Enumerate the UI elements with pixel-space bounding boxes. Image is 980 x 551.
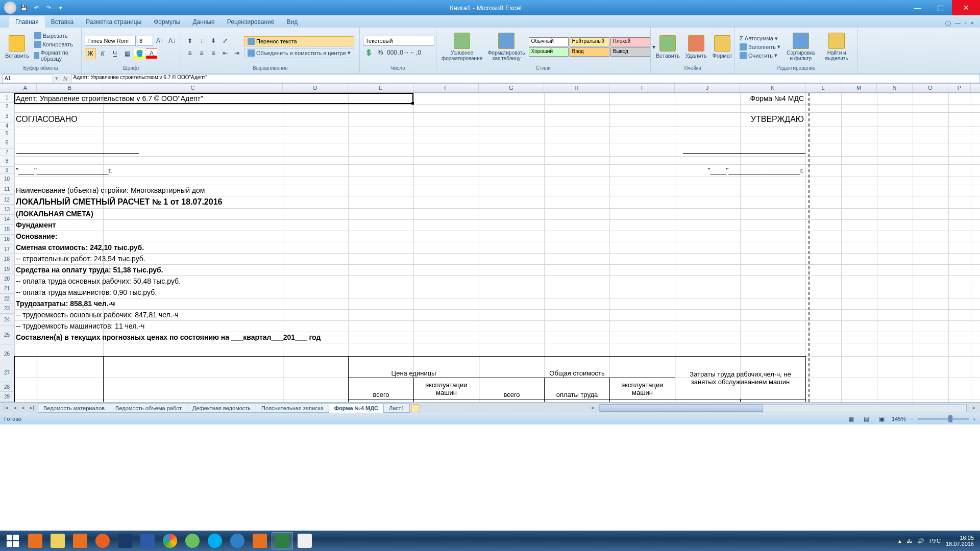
qat-save-icon[interactable]: 💾 [19, 3, 29, 12]
zoom-out-button[interactable]: − [910, 416, 913, 422]
style-normal[interactable]: Обычный [529, 37, 569, 46]
sheet-tab-5[interactable]: Форма №4 МДС [329, 404, 384, 413]
column-header-D[interactable]: D [283, 84, 348, 92]
row-header-4[interactable]: 4 [0, 122, 14, 130]
row-header-10[interactable]: 10 [0, 174, 14, 184]
bold-button[interactable]: Ж [85, 48, 96, 59]
row-header-2[interactable]: 2 [0, 103, 14, 110]
font-color-button[interactable]: A [146, 48, 157, 59]
row-header-12[interactable]: 12 [0, 195, 14, 205]
row-header-19[interactable]: 19 [0, 264, 14, 274]
spreadsheet-grid[interactable]: ABCDEFGHIJKLMNOP 12345678910111213141516… [0, 84, 980, 402]
ribbon-close-icon[interactable]: × [971, 20, 974, 28]
grow-font-button[interactable]: A↑ [154, 35, 165, 46]
taskbar-excel[interactable] [272, 532, 293, 549]
row-header-25[interactable]: 25 [0, 325, 14, 344]
tray-language[interactable]: РУС [929, 538, 941, 544]
format-as-table-button[interactable]: Форматировать как таблицу [486, 32, 527, 62]
taskbar-app-2[interactable] [69, 532, 91, 549]
ribbon-restore-icon[interactable]: ▫ [965, 20, 967, 28]
autosum-button[interactable]: Σ Автосумма ▾ [738, 35, 782, 42]
view-normal-button[interactable]: ▦ [846, 413, 857, 424]
cells-insert-button[interactable]: Вставить [654, 34, 682, 60]
tab-insert[interactable]: Вставка [45, 16, 80, 28]
style-neutral[interactable]: Нейтральный [570, 37, 609, 46]
last-sheet-button[interactable]: ▸| [28, 404, 36, 412]
horizontal-scrollbar[interactable] [599, 404, 967, 412]
row-header-7[interactable]: 7 [0, 149, 14, 156]
column-header-K[interactable]: K [740, 84, 805, 92]
align-bottom-button[interactable]: ⬇ [208, 35, 219, 46]
style-good[interactable]: Хороший [529, 47, 569, 57]
find-select-button[interactable]: Найти и выделить [820, 32, 854, 62]
cut-button[interactable]: Вырезать [33, 32, 78, 40]
qat-undo-icon[interactable]: ↶ [32, 3, 41, 12]
namebox-dropdown-icon[interactable]: ▾ [53, 75, 60, 82]
prev-sheet-button[interactable]: ◂ [11, 404, 19, 412]
view-pagebreak-button[interactable]: ▣ [876, 413, 888, 424]
name-box[interactable]: A1 [2, 74, 53, 83]
hscroll-right-button[interactable]: ▸ [970, 404, 978, 412]
tab-review[interactable]: Рецензирование [221, 16, 281, 28]
column-header-I[interactable]: I [609, 84, 675, 92]
taskbar-explorer[interactable] [47, 532, 68, 549]
ribbon-help-icon[interactable]: ⓘ [945, 20, 951, 28]
row-header-20[interactable]: 20 [0, 274, 14, 284]
italic-button[interactable]: К [97, 48, 108, 59]
align-center-button[interactable]: ≡ [196, 47, 207, 59]
column-header-E[interactable]: E [348, 84, 413, 92]
tab-formulas[interactable]: Формулы [148, 16, 186, 28]
font-size-combo[interactable]: 8 [137, 36, 153, 46]
hscroll-left-button[interactable]: ◂ [588, 404, 596, 412]
taskbar-app-4[interactable] [249, 532, 271, 549]
shrink-font-button[interactable]: A↓ [166, 35, 178, 46]
tray-volume-icon[interactable]: 🔊 [917, 538, 924, 544]
column-header-H[interactable]: H [544, 84, 609, 92]
zoom-in-button[interactable]: + [973, 416, 976, 422]
row-header-3[interactable]: 3 [0, 110, 14, 123]
tray-network-icon[interactable]: 🖧 [906, 538, 912, 544]
zoom-level[interactable]: 145% [892, 416, 906, 422]
select-all-corner[interactable] [0, 84, 14, 92]
sheet-tab-6[interactable]: Лист1 [383, 404, 410, 413]
column-header-G[interactable]: G [479, 84, 544, 92]
style-bad[interactable]: Плохой [610, 37, 650, 46]
row-header-23[interactable]: 23 [0, 304, 14, 314]
sort-filter-button[interactable]: Сортировка и фильтр [783, 32, 818, 62]
taskbar-firefox[interactable] [92, 532, 113, 549]
cells-delete-button[interactable]: Удалить [683, 34, 709, 60]
taskbar-word[interactable] [137, 532, 158, 549]
row-header-14[interactable]: 14 [0, 215, 14, 224]
row-header-15[interactable]: 15 [0, 224, 14, 234]
tray-show-hidden-icon[interactable]: ▴ [898, 538, 901, 544]
column-header-A[interactable]: A [14, 84, 37, 92]
sheet-tab-2[interactable]: Ведомость объема работ [110, 404, 187, 413]
style-input[interactable]: Ввод [570, 47, 609, 57]
cells-format-button[interactable]: Формат [710, 34, 734, 60]
currency-button[interactable]: 💲 [363, 47, 374, 58]
qat-dropdown-icon[interactable]: ▾ [56, 3, 65, 12]
taskbar-skype[interactable] [204, 532, 226, 549]
formula-input[interactable]: Адепт: Управление строительством v 6.7 ©… [71, 74, 980, 83]
column-header-B[interactable]: B [37, 84, 103, 92]
row-header-16[interactable]: 16 [0, 235, 14, 244]
column-header-F[interactable]: F [413, 84, 479, 92]
column-header-C[interactable]: C [103, 84, 283, 92]
clear-button[interactable]: Очистить ▾ [738, 52, 782, 60]
row-header-13[interactable]: 13 [0, 205, 14, 214]
underline-button[interactable]: Ч [109, 48, 120, 59]
sheet-tab-1[interactable]: Ведомость материалов [38, 404, 110, 413]
close-button[interactable]: ✕ [952, 0, 980, 15]
row-header-5[interactable]: 5 [0, 130, 14, 137]
taskbar-chrome[interactable] [159, 532, 181, 549]
style-output[interactable]: Вывод [610, 47, 650, 57]
view-layout-button[interactable]: ▤ [861, 413, 872, 424]
row-header-1[interactable]: 1 [0, 93, 14, 103]
column-header-P[interactable]: P [948, 84, 971, 92]
start-button[interactable] [2, 532, 23, 549]
conditional-format-button[interactable]: Условное форматирование [439, 32, 484, 62]
row-header-22[interactable]: 22 [0, 294, 14, 304]
column-header-M[interactable]: M [841, 84, 877, 92]
tab-view[interactable]: Вид [280, 16, 304, 28]
maximize-button[interactable]: ▢ [929, 0, 952, 15]
